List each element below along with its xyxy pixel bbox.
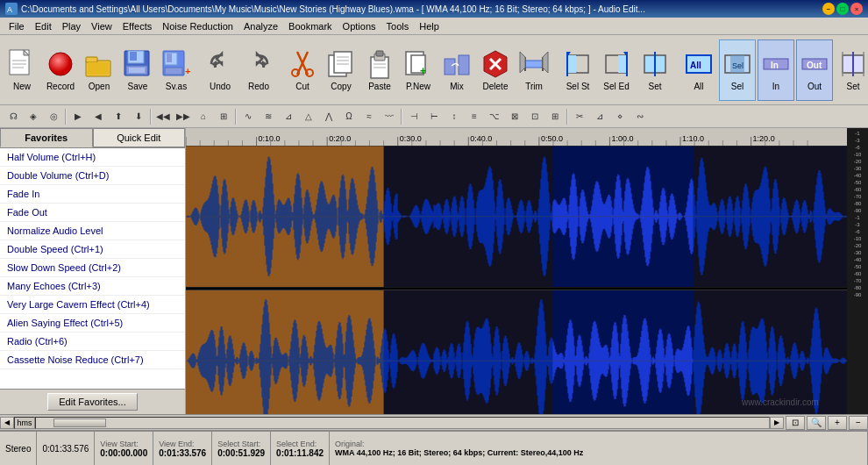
- menu-tools[interactable]: Tools: [381, 19, 415, 33]
- new-button[interactable]: New: [4, 39, 40, 101]
- fav-many-echoes[interactable]: Many Echoes (Ctrl+3): [0, 277, 185, 296]
- t2-btn-21[interactable]: ⊢: [424, 107, 444, 126]
- fav-double-volume[interactable]: Double Volume (Ctrl+D): [0, 167, 185, 185]
- t2-btn-10[interactable]: ⌂: [194, 107, 213, 126]
- fav-cassette-noise[interactable]: Cassette Noise Reduce (Ctrl+7): [0, 351, 185, 369]
- menu-effects[interactable]: Effects: [117, 19, 157, 33]
- t2-btn-20[interactable]: ⊣: [404, 107, 423, 126]
- in-button[interactable]: In In: [758, 39, 794, 101]
- menu-edit[interactable]: Edit: [30, 19, 57, 33]
- record-button[interactable]: Record: [42, 39, 79, 101]
- waveform-canvas[interactable]: [186, 128, 847, 414]
- t2-btn-24[interactable]: ⌥: [485, 107, 504, 126]
- zoom-fit-button[interactable]: ⊡: [786, 416, 805, 430]
- t2-btn-2[interactable]: ◈: [24, 107, 43, 126]
- t2-btn-4[interactable]: ▶: [68, 107, 88, 126]
- t2-btn-22[interactable]: ↕: [445, 107, 464, 126]
- out-button[interactable]: Out Out: [796, 39, 833, 101]
- t2-btn-30[interactable]: ⋄: [610, 107, 630, 126]
- redo-button[interactable]: Redo: [240, 39, 277, 101]
- scroll-left-button[interactable]: ◀: [0, 417, 14, 429]
- t2-btn-8[interactable]: ◀◀: [153, 107, 173, 126]
- t2-btn-17[interactable]: Ω: [339, 107, 359, 126]
- t2-btn-29[interactable]: ⊿: [590, 107, 609, 126]
- t2-btn-6[interactable]: ⬆: [109, 107, 128, 126]
- minimize-button[interactable]: −: [822, 3, 835, 15]
- fav-normalize[interactable]: Normalize Audio Level: [0, 222, 185, 240]
- edit-favorites-button[interactable]: Edit Favorites...: [47, 393, 137, 411]
- undo-button[interactable]: Undo: [202, 39, 238, 101]
- copy-button[interactable]: Copy: [323, 39, 359, 101]
- cut-button[interactable]: Cut: [284, 39, 321, 101]
- t2-btn-12[interactable]: ∿: [238, 107, 258, 126]
- menu-noise-reduction[interactable]: Noise Reduction: [157, 19, 238, 33]
- save-as-button[interactable]: + Sv.as: [158, 39, 195, 101]
- t2-btn-23[interactable]: ≡: [465, 107, 484, 126]
- original-value: WMA 44,100 Hz; 16 Bit; Stereo; 64 kbps; …: [335, 448, 862, 457]
- t2-btn-16[interactable]: ⋀: [319, 107, 338, 126]
- zoom-out-button[interactable]: 🔍: [807, 416, 826, 430]
- t2-btn-13[interactable]: ≋: [259, 107, 278, 126]
- t2-btn-27[interactable]: ⊞: [545, 107, 565, 126]
- fav-half-volume[interactable]: Half Volume (Ctrl+H): [0, 148, 185, 167]
- delete-button[interactable]: Delete: [477, 39, 514, 101]
- menu-play[interactable]: Play: [57, 19, 86, 33]
- t2-btn-3[interactable]: ◎: [44, 107, 63, 126]
- zoom-minus-button[interactable]: −: [849, 416, 868, 430]
- menu-help[interactable]: Help: [414, 19, 445, 33]
- fav-fade-in[interactable]: Fade In: [0, 185, 185, 204]
- open-button[interactable]: Open: [81, 39, 117, 101]
- svg-text:+: +: [420, 65, 426, 77]
- t2-btn-7[interactable]: ⬇: [129, 107, 148, 126]
- zoom-in-button[interactable]: +: [828, 416, 847, 430]
- close-button[interactable]: ×: [850, 3, 863, 15]
- statusbar: Stereo 0:01:33.576 View Start: 0:00:00.0…: [0, 430, 868, 465]
- menu-options[interactable]: Options: [338, 19, 381, 33]
- fav-slow-speed[interactable]: Slow Down Speed (Ctrl+2): [0, 259, 185, 277]
- sel-button[interactable]: Sel Sel: [719, 39, 756, 101]
- t2-btn-28[interactable]: ✂: [570, 107, 589, 126]
- paste-button[interactable]: Paste: [361, 39, 398, 101]
- fav-alien-effect[interactable]: Alien Saying Effect (Ctrl+5): [0, 314, 185, 333]
- mix-button[interactable]: Mix: [438, 39, 475, 101]
- fav-double-speed[interactable]: Double Speed (Ctrl+1): [0, 240, 185, 259]
- menu-bookmark[interactable]: Bookmark: [283, 19, 338, 33]
- set2-button[interactable]: Set: [835, 39, 868, 101]
- t2-btn-25[interactable]: ⊠: [505, 107, 524, 126]
- tab-quick-edit[interactable]: Quick Edit: [93, 128, 186, 147]
- toolbar: New Record Open: [0, 35, 868, 105]
- menu-view[interactable]: View: [86, 19, 117, 33]
- save-button[interactable]: Save: [119, 39, 156, 101]
- t2-btn-15[interactable]: △: [299, 107, 318, 126]
- status-channel: Stereo: [0, 432, 37, 465]
- t2-btn-26[interactable]: ⊡: [525, 107, 544, 126]
- t2-btn-9[interactable]: ▶▶: [174, 107, 193, 126]
- fav-fade-out[interactable]: Fade Out: [0, 204, 185, 222]
- t2-btn-14[interactable]: ⊿: [279, 107, 298, 126]
- fav-cavern-effect[interactable]: Very Large Cavern Effect (Ctrl+4): [0, 296, 185, 314]
- scrollbar-thumb[interactable]: [53, 418, 106, 427]
- all-label: All: [694, 82, 703, 91]
- t2-btn-5[interactable]: ◀: [89, 107, 108, 126]
- scroll-right-button[interactable]: ▶: [770, 417, 784, 429]
- t2-btn-31[interactable]: ∾: [630, 107, 650, 126]
- t2-btn-11[interactable]: ⊞: [214, 107, 233, 126]
- fav-radio[interactable]: Radio (Ctrl+6): [0, 333, 185, 351]
- set-button[interactable]: Set: [637, 39, 673, 101]
- t2-btn-18[interactable]: ≈: [359, 107, 379, 126]
- svg-text:Out: Out: [807, 61, 822, 70]
- sel-end-button[interactable]: Sel Ed: [598, 39, 635, 101]
- trim-button[interactable]: Trim: [516, 39, 552, 101]
- sel-start-button[interactable]: Sel St: [559, 39, 596, 101]
- maximize-button[interactable]: □: [836, 3, 849, 15]
- scrollbar-track[interactable]: [35, 417, 770, 429]
- t2-btn-19[interactable]: 〰: [380, 107, 399, 126]
- t2-btn-1[interactable]: ☊: [4, 107, 23, 126]
- edit-favorites-section: Edit Favorites...: [0, 389, 185, 414]
- tab-favorites[interactable]: Favorites: [0, 128, 93, 147]
- waveform-area[interactable]: [186, 128, 847, 414]
- menu-file[interactable]: File: [4, 19, 30, 33]
- all-button[interactable]: All All: [680, 39, 717, 101]
- paste-new-button[interactable]: + P.New: [400, 39, 437, 101]
- menu-analyze[interactable]: Analyze: [238, 19, 283, 33]
